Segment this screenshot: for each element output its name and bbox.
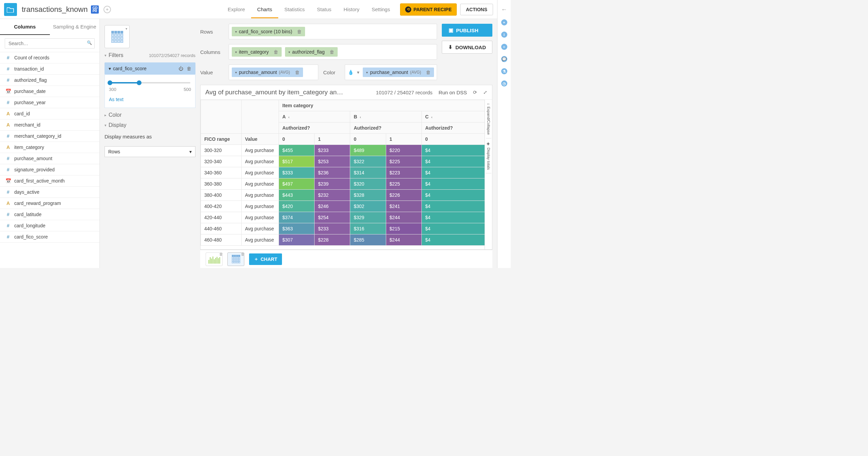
column-item[interactable]: 📅card_first_active_month — [0, 175, 99, 187]
filter-pill[interactable]: ▾ card_fico_score ⏻ 🗑 — [105, 62, 195, 75]
delete-icon[interactable]: 🗑 — [273, 49, 278, 55]
column-name: card_reward_program — [14, 201, 61, 206]
pivot-value-cell: $489 — [350, 145, 386, 156]
column-name: days_active — [14, 189, 39, 195]
pivot-row-measure: Avg purchase — [242, 156, 279, 167]
value-pill[interactable]: ▾ purchase_amount (AVG) 🗑 — [232, 68, 303, 77]
col-pill-1[interactable]: ▾ item_category 🗑 — [232, 47, 282, 57]
chevron-down-icon: ▾ — [105, 123, 107, 128]
rows-dropzone[interactable]: ▾ card_fico_score (10 bins) 🗑 — [229, 24, 437, 39]
rail-list-icon[interactable]: ≡ — [501, 44, 507, 50]
pivot-value-cell: $233 — [315, 145, 350, 156]
slider-handle-min[interactable] — [108, 80, 112, 85]
download-label: DOWNLOAD — [455, 44, 486, 50]
column-item[interactable]: #merchant_category_id — [0, 131, 99, 142]
column-item[interactable]: #days_active — [0, 187, 99, 198]
filter-body: 300 500 As text — [105, 75, 195, 108]
tab-status[interactable]: Status — [311, 0, 338, 18]
delete-icon[interactable]: 🗑 — [297, 29, 302, 34]
slider-handle-max[interactable] — [137, 80, 141, 85]
filter-power-icon[interactable]: ⏻ — [178, 66, 183, 71]
pivot-table-icon — [111, 31, 123, 43]
column-search-input[interactable] — [5, 38, 95, 49]
chart-thumb-bars[interactable]: 🗑 — [206, 252, 223, 266]
chart-thumb-table[interactable]: 🗑 — [227, 252, 244, 266]
add-chart-button[interactable]: ＋ CHART — [249, 253, 282, 265]
column-item[interactable]: #card_longitude — [0, 220, 99, 231]
delete-icon[interactable]: 🗑 — [426, 70, 431, 75]
filters-section-header[interactable]: ▾ Filters 101072/254027 records — [105, 52, 195, 58]
filter-as-text-link[interactable]: As text — [109, 97, 191, 102]
value-dropzone[interactable]: ▾ purchase_amount (AVG) 🗑 — [229, 64, 318, 80]
chart-config-panel: ▾ ▾ Filters 101072/254027 records ▾ — [100, 19, 200, 268]
column-item[interactable]: #card_fico_score — [0, 231, 99, 243]
refresh-icon[interactable]: ⟳ — [473, 90, 477, 95]
tab-history[interactable]: History — [338, 0, 366, 18]
expand-collapse-tab[interactable]: ↕Expand/Collapse — [486, 100, 491, 138]
column-item[interactable]: Amerchant_id — [0, 119, 99, 131]
chart-type-selector[interactable]: ▾ — [105, 25, 130, 48]
column-item[interactable]: Aitem_category — [0, 142, 99, 153]
column-item[interactable]: #Count of records — [0, 52, 99, 63]
rail-clock-icon[interactable]: ◷ — [501, 80, 507, 87]
tab-settings[interactable]: Settings — [365, 0, 396, 18]
fullscreen-icon[interactable]: ⤢ — [483, 90, 487, 95]
filter-delete-icon[interactable]: 🗑 — [187, 66, 191, 71]
columns-dropzone[interactable]: ▾ item_category 🗑 ▾ authorized_flag 🗑 — [229, 44, 437, 60]
delete-icon[interactable]: 🗑 — [241, 252, 245, 256]
column-name: purchase_amount — [14, 156, 52, 161]
color-cfg-label: Color — [323, 70, 340, 75]
tab-statistics[interactable]: Statistics — [278, 0, 311, 18]
color-pill[interactable]: ▾ purchase_amount (AVG) 🗑 — [363, 68, 434, 77]
left-tab-sampling[interactable]: Sampling & Engine — [50, 19, 100, 35]
pivot-value-cell: $239 — [315, 178, 350, 190]
delete-icon[interactable]: 🗑 — [329, 49, 334, 55]
actions-button[interactable]: ACTIONS — [460, 4, 493, 15]
pivot-value-cell: $329 — [350, 212, 386, 223]
chevron-down-icon: ▾ — [189, 149, 192, 154]
parent-recipe-label: PARENT RECIPE — [413, 7, 452, 12]
pivot-value-cell: $333 — [279, 167, 315, 178]
column-item[interactable]: #purchase_amount — [0, 153, 99, 164]
rows-pill[interactable]: ▾ card_fico_score (10 bins) 🗑 — [232, 27, 305, 36]
display-section-header[interactable]: ▾ Display — [105, 122, 195, 128]
download-button[interactable]: ⬇ DOWNLOAD — [442, 41, 492, 54]
publish-button[interactable]: ▣ PUBLISH — [442, 24, 492, 37]
pivot-value-cell: $302 — [350, 201, 386, 212]
pivot-value-cell: $223 — [386, 167, 421, 178]
tab-explore[interactable]: Explore — [222, 0, 251, 18]
column-item[interactable]: #purchase_year — [0, 97, 99, 108]
color-section-header[interactable]: ▸ Color — [105, 112, 195, 118]
hash-icon: # — [5, 66, 11, 72]
rail-back-icon[interactable]: ← — [501, 6, 507, 13]
left-tab-columns[interactable]: Columns — [0, 19, 50, 35]
rail-add-icon[interactable]: + — [501, 19, 507, 25]
pivot-value-cell: $225 — [386, 156, 421, 167]
compass-icon[interactable]: ✦ — [103, 6, 111, 13]
column-item[interactable]: #transaction_id — [0, 63, 99, 75]
col-pill-2[interactable]: ▾ authorized_flag 🗑 — [285, 47, 338, 57]
rail-chat-icon[interactable]: 💬 — [501, 56, 507, 62]
delete-icon[interactable]: 🗑 — [219, 252, 223, 256]
display-measures-select[interactable]: Rows ▾ — [105, 146, 195, 157]
display-totals-tab[interactable]: ✚Display totals — [486, 138, 491, 173]
delete-icon[interactable]: 🗑 — [295, 70, 300, 75]
pivot-value-cell: $4 — [421, 145, 492, 156]
dataset-icon[interactable] — [4, 3, 17, 16]
tab-charts[interactable]: Charts — [251, 0, 278, 18]
column-item[interactable]: #authorized_flag — [0, 75, 99, 86]
range-slider[interactable] — [110, 82, 190, 83]
recipe-icon: ⟲ — [405, 6, 411, 13]
column-item[interactable]: 📅purchase_date — [0, 86, 99, 97]
color-dropzone[interactable]: 💧 ▾ ▾ purchase_amount (AVG) 🗑 — [345, 64, 437, 80]
rail-info-icon[interactable]: i — [501, 32, 507, 38]
column-item[interactable]: #card_latitude — [0, 209, 99, 220]
pivot-value-cell: $244 — [386, 234, 421, 246]
chart-title[interactable]: Avg of purchase_amount by item_category … — [205, 89, 343, 96]
parent-recipe-button[interactable]: ⟲ PARENT RECIPE — [400, 3, 457, 16]
column-item[interactable]: Acard_id — [0, 108, 99, 119]
column-item[interactable]: #signature_provided — [0, 164, 99, 175]
rail-lab-icon[interactable]: ⚗ — [501, 68, 507, 74]
column-item[interactable]: Acard_reward_program — [0, 198, 99, 209]
run-on-label[interactable]: Run on DSS — [439, 90, 467, 95]
